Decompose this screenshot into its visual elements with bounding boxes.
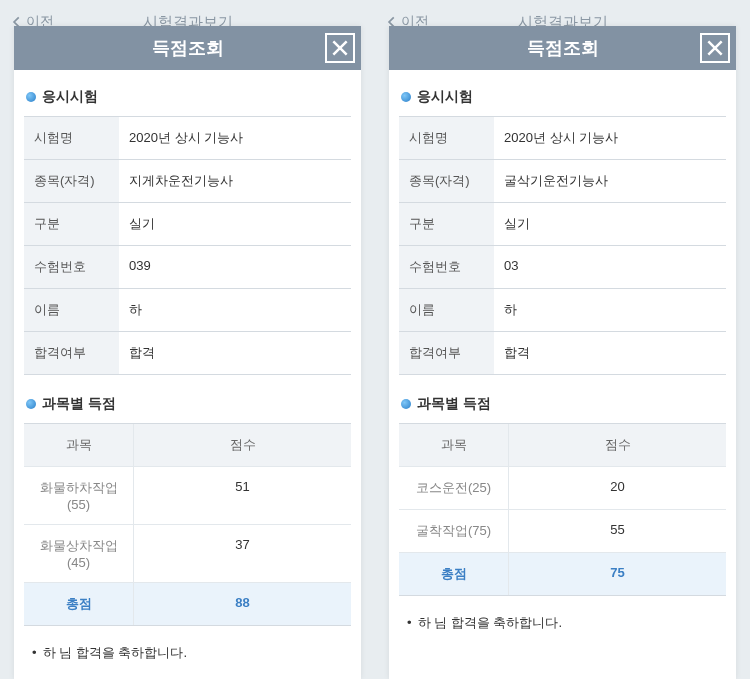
row-name: 이름 하 (399, 289, 726, 332)
close-icon (330, 38, 350, 58)
value-examno: 039 (119, 246, 351, 288)
score-subject: 코스운전(25) (399, 467, 509, 509)
section-score-label: 과목별 득점 (42, 395, 116, 413)
screen-right: 이전 시험결과보기 득점조회 응시시험 시험명 2020년 상시 기능사 종목(… (375, 0, 750, 679)
dot-icon: • (407, 615, 412, 630)
head-score: 점수 (509, 424, 726, 466)
row-subject: 종목(자격) 지게차운전기능사 (24, 160, 351, 203)
score-row: 화물하차작업(55) 51 (24, 466, 351, 524)
total-value: 88 (134, 583, 351, 625)
row-pass: 합격여부 합격 (24, 332, 351, 375)
score-head: 과목 점수 (24, 424, 351, 466)
congrats-text: 하 님 합격을 축하합니다. (418, 615, 562, 630)
score-value: 37 (134, 525, 351, 582)
screen-left: 이전 시험결과보기 득점조회 응시시험 시험명 2020년 상시 기능사 종목(… (0, 0, 375, 679)
total-row: 총점 75 (399, 552, 726, 595)
row-pass: 합격여부 합격 (399, 332, 726, 375)
congrats-message: •하 님 합격을 축하합니다. (24, 626, 351, 679)
value-type: 실기 (494, 203, 726, 245)
value-type: 실기 (119, 203, 351, 245)
label-pass: 합격여부 (399, 332, 494, 374)
score-row: 굴착작업(75) 55 (399, 509, 726, 552)
value-examno: 03 (494, 246, 726, 288)
value-exam-name: 2020년 상시 기능사 (494, 117, 726, 159)
score-table: 과목 점수 화물하차작업(55) 51 화물상차작업(45) 37 총점 88 (24, 423, 351, 626)
score-value: 55 (509, 510, 726, 552)
row-name: 이름 하 (24, 289, 351, 332)
score-subject: 굴착작업(75) (399, 510, 509, 552)
row-subject: 종목(자격) 굴삭기운전기능사 (399, 160, 726, 203)
value-subject: 굴삭기운전기능사 (494, 160, 726, 202)
total-label: 총점 (24, 583, 134, 625)
value-subject: 지게차운전기능사 (119, 160, 351, 202)
head-subject: 과목 (399, 424, 509, 466)
value-pass: 합격 (494, 332, 726, 374)
congrats-message: •하 님 합격을 축하합니다. (399, 596, 726, 650)
section-score-title: 과목별 득점 (24, 389, 351, 423)
label-name: 이름 (399, 289, 494, 331)
bullet-icon (401, 92, 411, 102)
label-examno: 수험번호 (399, 246, 494, 288)
label-exam-name: 시험명 (24, 117, 119, 159)
label-type: 구분 (399, 203, 494, 245)
total-value: 75 (509, 553, 726, 595)
modal-title: 득점조회 (527, 36, 599, 60)
total-label: 총점 (399, 553, 509, 595)
row-examno: 수험번호 039 (24, 246, 351, 289)
section-exam-label: 응시시험 (417, 88, 473, 106)
score-modal: 득점조회 응시시험 시험명 2020년 상시 기능사 종목(자격) 굴삭기운전기… (389, 26, 736, 679)
section-exam-title: 응시시험 (399, 82, 726, 116)
section-score-label: 과목별 득점 (417, 395, 491, 413)
modal-body: 응시시험 시험명 2020년 상시 기능사 종목(자격) 굴삭기운전기능사 구분… (389, 70, 736, 679)
value-exam-name: 2020년 상시 기능사 (119, 117, 351, 159)
row-exam-name: 시험명 2020년 상시 기능사 (399, 117, 726, 160)
value-pass: 합격 (119, 332, 351, 374)
bullet-icon (26, 92, 36, 102)
modal-body: 응시시험 시험명 2020년 상시 기능사 종목(자격) 지게차운전기능사 구분… (14, 70, 361, 679)
close-button[interactable] (325, 33, 355, 63)
head-subject: 과목 (24, 424, 134, 466)
row-exam-name: 시험명 2020년 상시 기능사 (24, 117, 351, 160)
exam-info-table: 시험명 2020년 상시 기능사 종목(자격) 굴삭기운전기능사 구분 실기 수… (399, 116, 726, 375)
label-subject: 종목(자격) (399, 160, 494, 202)
score-value: 20 (509, 467, 726, 509)
section-exam-label: 응시시험 (42, 88, 98, 106)
label-examno: 수험번호 (24, 246, 119, 288)
total-row: 총점 88 (24, 582, 351, 625)
dot-icon: • (32, 645, 37, 660)
row-type: 구분 실기 (399, 203, 726, 246)
row-type: 구분 실기 (24, 203, 351, 246)
modal-header: 득점조회 (14, 26, 361, 70)
head-score: 점수 (134, 424, 351, 466)
bullet-icon (26, 399, 36, 409)
label-type: 구분 (24, 203, 119, 245)
score-value: 51 (134, 467, 351, 524)
label-name: 이름 (24, 289, 119, 331)
value-name: 하 (119, 289, 351, 331)
score-modal: 득점조회 응시시험 시험명 2020년 상시 기능사 종목(자격) 지게차운전기… (14, 26, 361, 679)
exam-info-table: 시험명 2020년 상시 기능사 종목(자격) 지게차운전기능사 구분 실기 수… (24, 116, 351, 375)
label-exam-name: 시험명 (399, 117, 494, 159)
close-icon (705, 38, 725, 58)
close-button[interactable] (700, 33, 730, 63)
bullet-icon (401, 399, 411, 409)
score-subject: 화물상차작업(45) (24, 525, 134, 582)
row-examno: 수험번호 03 (399, 246, 726, 289)
score-subject: 화물하차작업(55) (24, 467, 134, 524)
score-row: 화물상차작업(45) 37 (24, 524, 351, 582)
section-score-title: 과목별 득점 (399, 389, 726, 423)
label-pass: 합격여부 (24, 332, 119, 374)
congrats-text: 하 님 합격을 축하합니다. (43, 645, 187, 660)
score-table: 과목 점수 코스운전(25) 20 굴착작업(75) 55 총점 75 (399, 423, 726, 596)
score-head: 과목 점수 (399, 424, 726, 466)
label-subject: 종목(자격) (24, 160, 119, 202)
score-row: 코스운전(25) 20 (399, 466, 726, 509)
modal-title: 득점조회 (152, 36, 224, 60)
modal-header: 득점조회 (389, 26, 736, 70)
value-name: 하 (494, 289, 726, 331)
section-exam-title: 응시시험 (24, 82, 351, 116)
